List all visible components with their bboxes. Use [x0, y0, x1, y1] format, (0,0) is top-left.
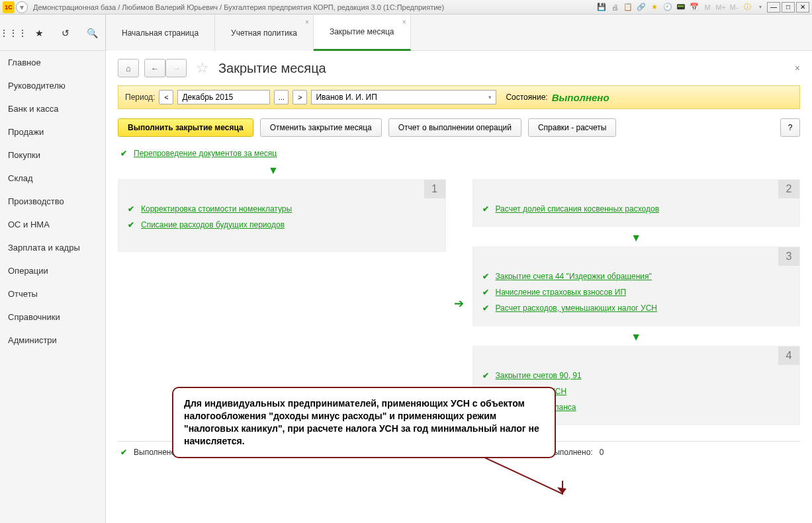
status-label: Состояние: — [506, 93, 547, 102]
undone-count: 0 — [600, 448, 604, 457]
operation-link[interactable]: Списание расходов будущих периодов — [141, 220, 285, 229]
close-icon[interactable]: × — [305, 19, 309, 26]
maximize-button[interactable]: □ — [782, 2, 795, 13]
cancel-closing-button[interactable]: Отменить закрытие месяца — [260, 118, 382, 137]
check-icon: ✔ — [482, 272, 489, 281]
callout-text: Для индивидуальных предпринимателей, при… — [184, 398, 539, 446]
report-button[interactable]: Отчет о выполнении операций — [388, 118, 521, 137]
operation-link-repost[interactable]: Перепроведение документов за месяц — [134, 149, 277, 158]
history-icon[interactable]: 🕘 — [662, 2, 673, 13]
period-next-button[interactable]: > — [293, 90, 307, 104]
status-value: Выполнено — [552, 92, 609, 103]
m-minus-button[interactable]: M- — [729, 2, 739, 13]
calendar-icon[interactable]: 📅 — [689, 2, 699, 13]
app-logo-icon: 1C — [3, 1, 15, 13]
operation-link[interactable]: Корректировка стоимости номенклатуры — [141, 204, 292, 214]
favorite-icon[interactable]: ★ — [649, 2, 660, 13]
page-close-button[interactable]: × — [795, 63, 800, 73]
m-button[interactable]: M — [702, 2, 713, 13]
info-callout: Для индивидуальных предпринимателей, при… — [172, 387, 556, 458]
sidebar-item-bank[interactable]: Банк и касса — [0, 97, 105, 120]
sidebar-item-main[interactable]: Главное — [0, 51, 105, 74]
sidebar-item-sales[interactable]: Продажи — [0, 120, 105, 143]
help-button[interactable]: ? — [780, 118, 800, 137]
tab-label: Закрытие месяца — [330, 27, 394, 36]
operation-link[interactable]: Закрытие счетов 90, 91 — [496, 371, 582, 380]
page-title: Закрытие месяца — [218, 61, 326, 76]
history-tool-icon[interactable]: ↺ — [59, 26, 72, 40]
sidebar-item-purchases[interactable]: Покупки — [0, 143, 105, 167]
tab-month-closing[interactable]: Закрытие месяца × — [314, 15, 411, 51]
action-row: Выполнить закрытие месяца Отменить закры… — [118, 118, 800, 137]
operation-link[interactable]: Закрытие счета 44 "Издержки обращения" — [496, 272, 652, 281]
top-toolbar: ⋮⋮⋮ ★ ↺ 🔍 Начальная страница Учетная пол… — [0, 15, 812, 51]
search-icon[interactable]: 🔍 — [85, 26, 99, 40]
apps-grid-icon[interactable]: ⋮⋮⋮ — [7, 26, 20, 40]
check-icon: ✔ — [128, 204, 134, 214]
operation-link[interactable]: Начисление страховых взносов ИП — [496, 288, 627, 297]
sidebar-item-payroll[interactable]: Зарплата и кадры — [0, 236, 105, 259]
section-panel: Главное Руководителю Банк и касса Продаж… — [0, 51, 106, 523]
check-icon: ✔ — [128, 220, 134, 229]
period-bar: Период: < Декабрь 2015 ... > Иванов И. И… — [118, 85, 800, 109]
info-dropdown-icon[interactable]: ▾ — [755, 2, 766, 13]
favorites-icon[interactable]: ★ — [33, 26, 46, 40]
main-area: Главное Руководителю Банк и касса Продаж… — [0, 51, 812, 523]
stage-number: 3 — [778, 247, 799, 266]
sidebar-item-admin[interactable]: Администри — [0, 329, 105, 352]
check-icon: ✔ — [120, 149, 127, 158]
close-icon[interactable]: × — [402, 19, 406, 26]
print-icon[interactable]: 🖨 — [609, 2, 620, 13]
stage-number: 2 — [778, 180, 799, 198]
window-title: Демонстрационная база / Любимов Валерий … — [33, 3, 596, 11]
close-window-button[interactable]: ✕ — [796, 2, 809, 13]
calculator-icon[interactable]: 📟 — [676, 2, 686, 13]
content-area: ⌂ ← → ☆ Закрытие месяца × Период: < Дека… — [106, 51, 812, 523]
m-plus-button[interactable]: M+ — [715, 2, 726, 13]
period-value: Декабрь 2015 — [182, 93, 233, 102]
stage-3: 3 ✔Закрытие счета 44 "Издержки обращения… — [473, 247, 801, 326]
save-icon[interactable]: 💾 — [596, 2, 607, 13]
operation-link[interactable]: Расчет расходов, уменьшающих налог УСН — [496, 303, 658, 313]
history-back-button[interactable]: ▾ — [16, 1, 28, 13]
tab-accounting-policy[interactable]: Учетная политика × — [215, 15, 314, 51]
sidebar-item-production[interactable]: Производство — [0, 190, 105, 213]
sidebar-item-operations[interactable]: Операции — [0, 259, 105, 282]
period-select-button[interactable]: ... — [274, 90, 289, 104]
sidebar-item-reports[interactable]: Отчеты — [0, 282, 105, 305]
arrow-down-icon: ▼ — [473, 229, 801, 247]
system-tray: 💾 🖨 📋 🔗 ★ 🕘 📟 📅 M M+ M- ⓘ ▾ — [596, 2, 766, 13]
organization-field[interactable]: Иванов И. И. ИП ▾ — [311, 90, 496, 104]
sidebar-item-catalogs[interactable]: Справочники — [0, 305, 105, 329]
operation-link[interactable]: Расчет долей списания косвенных расходов — [496, 204, 660, 214]
sidebar-item-warehouse[interactable]: Склад — [0, 167, 105, 190]
sidebar-item-manager[interactable]: Руководителю — [0, 74, 105, 97]
stage-1: 1 ✔Корректировка стоимости номенклатуры … — [118, 179, 446, 252]
check-icon: ✔ — [482, 371, 489, 380]
period-prev-button[interactable]: < — [159, 90, 173, 104]
minimize-button[interactable]: — — [767, 2, 780, 13]
star-icon[interactable]: ☆ — [196, 60, 209, 77]
tab-label: Начальная страница — [122, 28, 199, 38]
back-button[interactable]: ← — [144, 59, 165, 77]
references-button[interactable]: Справки - расчеты — [528, 118, 616, 137]
link-icon[interactable]: 🔗 — [636, 2, 647, 13]
execute-button[interactable]: Выполнить закрытие месяца — [118, 118, 253, 137]
clipboard-icon[interactable]: 📋 — [623, 2, 633, 13]
check-icon: ✔ — [482, 288, 489, 297]
sidebar-item-assets[interactable]: ОС и НМА — [0, 213, 105, 236]
forward-button[interactable]: → — [165, 59, 187, 77]
first-operation: ✔ Перепроведение документов за месяц — [118, 149, 800, 158]
chevron-down-icon[interactable]: ▾ — [488, 94, 492, 101]
arrow-down-icon: ▼ — [118, 162, 429, 179]
check-icon: ✔ — [482, 303, 489, 313]
arrow-down-icon: ▼ — [473, 329, 801, 346]
organization-value: Иванов И. И. ИП — [316, 93, 377, 102]
tab-start-page[interactable]: Начальная страница — [106, 15, 215, 51]
info-icon[interactable]: ⓘ — [742, 2, 752, 13]
period-label: Период: — [125, 93, 155, 102]
period-field[interactable]: Декабрь 2015 — [177, 90, 270, 104]
page-header: ⌂ ← → ☆ Закрытие месяца × — [118, 59, 800, 77]
home-button[interactable]: ⌂ — [118, 59, 139, 77]
stage-number: 1 — [424, 180, 445, 198]
